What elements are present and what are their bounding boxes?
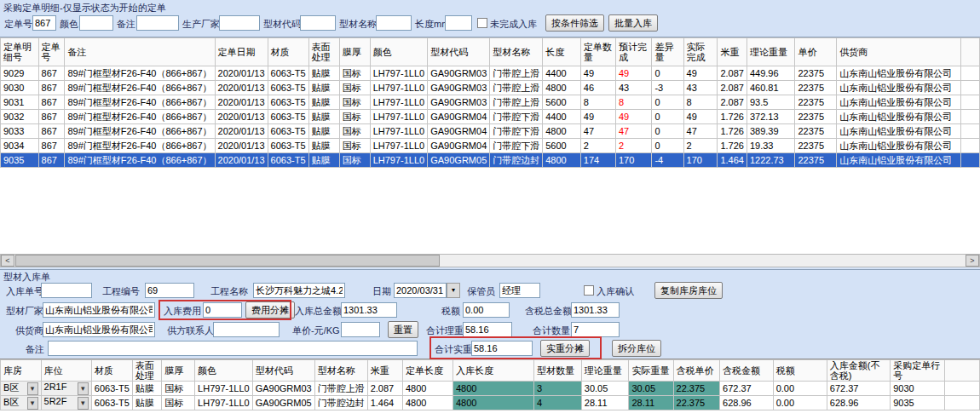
color-filter-input[interactable] [79, 15, 113, 31]
table-cell[interactable]: 4800 [402, 396, 453, 410]
batch-inbound-button[interactable]: 批量入库 [608, 14, 658, 32]
table-cell[interactable]: LH797-1LL0 [370, 110, 428, 124]
table-cell[interactable]: 89#门框型材F26-F40（866+867） [65, 153, 215, 168]
table-cell[interactable]: 0 [652, 95, 683, 110]
table-cell[interactable]: 672.37 [827, 382, 890, 396]
table-cell[interactable]: 贴膜 [308, 153, 339, 168]
unfinished-checkbox[interactable] [477, 18, 487, 28]
table-cell[interactable]: 867 [38, 81, 65, 95]
table-cell[interactable]: 4 [533, 396, 581, 410]
table-cell[interactable]: 1.726 [718, 110, 747, 124]
table-cell[interactable]: 9031 [1, 95, 39, 110]
table-cell[interactable]: 89#门框型材F26-F40（866+867） [65, 81, 215, 95]
table-cell[interactable]: LH797-1LL0 [195, 382, 253, 396]
table-cell[interactable]: 9030 [891, 382, 944, 396]
unit-price-input[interactable] [341, 322, 380, 337]
table-cell[interactable]: 22375 [795, 139, 837, 153]
table-cell[interactable]: 4800 [543, 81, 581, 95]
table-cell[interactable]: 2020/01/13 [215, 95, 268, 110]
table-cell[interactable]: 2020/01/13 [215, 110, 268, 124]
table-cell[interactable]: 1.464 [718, 153, 747, 168]
table-cell[interactable]: 28.11 [629, 396, 673, 410]
table-cell[interactable]: GA90GRM04 [428, 110, 490, 124]
table-cell[interactable]: 22375 [795, 95, 837, 110]
reset-button[interactable]: 重置 [388, 321, 418, 338]
table-cell[interactable]: 4400 [543, 66, 581, 81]
table-cell[interactable]: 6063-T5 [268, 66, 308, 81]
table-cell[interactable]: 9032 [1, 110, 39, 124]
table-cell[interactable]: 6063-T5 [268, 110, 308, 124]
table-cell[interactable]: 867 [38, 66, 65, 81]
table-cell[interactable]: 49 [615, 110, 651, 124]
table-cell[interactable]: 4800 [543, 153, 581, 168]
table-cell[interactable]: 672.37 [720, 382, 774, 396]
table-cell[interactable]: ▾2R1F [41, 382, 91, 396]
date-input[interactable] [394, 283, 447, 298]
project-no-input[interactable] [145, 283, 194, 298]
table-cell[interactable]: 门带腔下滑 [490, 110, 543, 124]
table-cell[interactable]: 贴膜 [308, 66, 339, 81]
table-cell[interactable]: 4400 [543, 110, 581, 124]
table-cell[interactable]: 2 [580, 139, 615, 153]
table-cell[interactable]: 山东南山铝业股份有限公司 [837, 95, 961, 110]
table-cell[interactable]: LH797-1LL0 [195, 396, 253, 410]
inbound-no-input[interactable] [41, 283, 92, 298]
table-cell[interactable]: 9034 [1, 139, 39, 153]
table-cell[interactable]: 贴膜 [308, 124, 339, 139]
table-cell[interactable]: 43 [615, 81, 651, 95]
table-cell[interactable]: LH797-1LL0 [370, 95, 428, 110]
table-cell[interactable]: 门带腔下滑 [490, 139, 543, 153]
table-cell[interactable]: 2.087 [718, 81, 747, 95]
table-cell[interactable]: 贴膜 [308, 95, 339, 110]
table-cell[interactable]: 22375 [795, 110, 837, 124]
table-cell[interactable]: 8 [615, 95, 651, 110]
calendar-dropdown-button[interactable]: ▾ [447, 283, 460, 298]
remark-filter-input[interactable] [136, 15, 179, 31]
table-cell[interactable]: 山东南山铝业股份有限公司 [837, 81, 961, 95]
table-row[interactable]: ▾B区▾2R1F6063-T5贴膜国标LH797-1LL0GA90GRM03门带… [1, 382, 980, 396]
table-cell[interactable]: 门带腔上滑 [314, 382, 367, 396]
table-cell[interactable]: ▾B区 [1, 382, 42, 396]
table-cell[interactable]: LH797-1LL0 [370, 153, 428, 168]
table-cell[interactable]: 89#门框型材F26-F40（866+867） [65, 66, 215, 81]
tax-input[interactable] [463, 302, 510, 318]
table-cell[interactable]: 贴膜 [132, 382, 161, 396]
table-cell[interactable]: 2020/01/13 [215, 139, 268, 153]
factory-input[interactable] [43, 302, 155, 318]
table-cell[interactable]: 国标 [162, 396, 195, 410]
table-cell[interactable]: -4 [652, 153, 683, 168]
table-cell[interactable]: 2020/01/13 [215, 81, 268, 95]
profile-code-filter-input[interactable] [300, 15, 336, 31]
table-cell[interactable]: 9035 [891, 396, 944, 410]
table-cell[interactable]: 22375 [795, 153, 837, 168]
table-cell[interactable]: 49 [580, 66, 615, 81]
table-cell[interactable]: 5600 [543, 139, 581, 153]
table-cell[interactable]: 0 [652, 66, 683, 81]
table-cell[interactable]: 2.087 [718, 66, 747, 81]
table-cell[interactable]: 89#门框型材F26-F40（866+867） [65, 124, 215, 139]
keeper-input[interactable] [499, 283, 540, 298]
table-cell[interactable]: 国标 [339, 124, 370, 139]
table-cell[interactable]: 22375 [795, 81, 837, 95]
table-cell[interactable]: 628.96 [720, 396, 774, 410]
table-row[interactable]: 903586789#门框型材F26-F40（866+867）2020/01/13… [1, 153, 980, 168]
table-cell[interactable]: 49 [615, 66, 651, 81]
table-cell[interactable]: 山东南山铝业股份有限公司 [837, 139, 961, 153]
table-cell[interactable]: 6063-T5 [268, 81, 308, 95]
table-cell[interactable]: 9030 [1, 81, 39, 95]
table-cell[interactable]: 89#门框型材F26-F40（866+867） [65, 95, 215, 110]
table-cell[interactable]: 867 [38, 95, 65, 110]
table-cell[interactable]: 国标 [339, 153, 370, 168]
table-cell[interactable]: 2020/01/13 [215, 124, 268, 139]
table-cell[interactable]: LH797-1LL0 [370, 139, 428, 153]
table-cell[interactable]: 2.087 [367, 382, 402, 396]
table-cell[interactable]: 2020/01/13 [215, 153, 268, 168]
table-cell[interactable]: 2020/01/13 [215, 66, 268, 81]
table-cell[interactable]: 3 [533, 382, 581, 396]
table-cell[interactable]: 国标 [339, 110, 370, 124]
chevron-down-icon[interactable]: ▾ [27, 382, 38, 395]
table-cell[interactable]: 174 [580, 153, 615, 168]
table-cell[interactable]: GA90GRM04 [428, 139, 490, 153]
table-cell[interactable]: GA90GRM03 [428, 81, 490, 95]
table-cell[interactable]: 867 [38, 110, 65, 124]
